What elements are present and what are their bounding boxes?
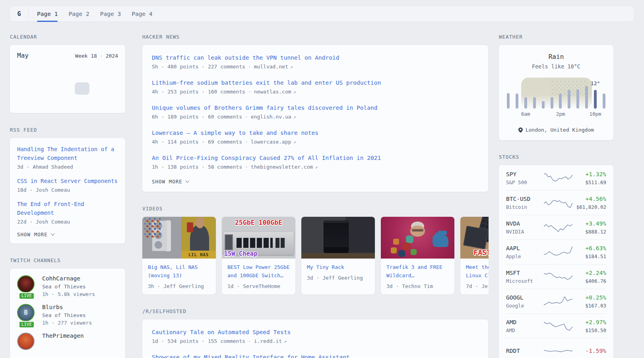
video-card[interactable]: FAST Meet the fastest Linux Cluster 7d ·… (460, 216, 489, 295)
weather-bar (507, 85, 510, 109)
post-title-link[interactable]: An Oil Price-Fixing Conspiracy Caused 27… (152, 154, 479, 162)
stock-row[interactable]: GOOGL Google +0.25% $167.03 (506, 289, 606, 313)
chevron-down-icon (50, 232, 54, 236)
stock-name: Microsoft (506, 278, 543, 284)
calendar-widget: May Week 18·2024 (10, 45, 126, 113)
thumbnail-text: FAST (473, 248, 489, 257)
source-link[interactable]: mullvad.net↗ (254, 64, 293, 70)
channel-name: CohhCarnage (42, 275, 95, 282)
twitch-channel-row[interactable]: B LIVE Blurbs Sea of Thieves 1h · 277 vi… (17, 304, 118, 326)
thumbnail-text: 15W Cheap (224, 250, 258, 257)
page-tab[interactable]: Page 3 (100, 6, 121, 21)
post-title-link[interactable]: Lowercase – A simple way to take and sha… (152, 128, 479, 137)
weather-highlight-temp: 12° (591, 80, 600, 86)
calendar-section-title: CALENDAR (10, 34, 126, 40)
post-title-link[interactable]: Lithium-free sodium batteries exit the l… (152, 78, 479, 87)
twitch-channel-row[interactable]: ThePrimeagen (17, 333, 118, 350)
weather-bar (576, 85, 579, 109)
weather-tick-label: 6am (521, 111, 530, 117)
source-link[interactable]: english.nv.ua↗ (251, 114, 296, 120)
weekday-label (104, 63, 119, 69)
rss-item-title-link[interactable]: The End of Front-End Development (17, 200, 118, 217)
stock-price: $406.76 (574, 278, 606, 284)
stock-change: +2.97% (574, 319, 606, 325)
stock-change: +2.24% (574, 270, 606, 276)
stock-row[interactable]: SPY S&P 500 +1.32% $511.69 (506, 166, 606, 190)
stock-row[interactable]: AAPL Apple +6.63% $184.51 (506, 239, 606, 264)
stock-sparkline (544, 344, 572, 358)
video-thumbnail: 25GbE 100GbE 15W Cheap (222, 217, 295, 259)
thumbnail-text: LIL NAS (181, 251, 216, 259)
stock-sparkline (544, 245, 572, 259)
page-tab[interactable]: Page 4 (132, 6, 152, 21)
stock-price: $184.51 (574, 253, 606, 259)
weather-chart: 6am2pm10pm12° (507, 77, 605, 118)
calendar-day (104, 95, 119, 108)
page-tab[interactable]: Page 2 (68, 6, 89, 21)
stock-row[interactable]: BTC-USD Bitcoin +4.56% $61,820.02 (506, 190, 606, 215)
source-link[interactable]: newatlas.com↗ (254, 89, 296, 95)
page-tabs: Page 1Page 2Page 3Page 4 (37, 6, 153, 21)
channel-game: Sea of Thieves (42, 312, 92, 318)
calendar-day (89, 69, 104, 82)
video-card[interactable]: 25GbE 100GbE 15W Cheap BEST Low Power 25… (221, 216, 296, 295)
calendar-day (104, 82, 119, 95)
video-card[interactable]: Traefik 3 and FREE Wildcard… 3d · Techno… (380, 216, 455, 295)
source-link[interactable]: i.redd.it↗ (254, 338, 287, 344)
channel-avatar (17, 333, 35, 350)
calendar-day (60, 69, 75, 82)
weekday-label (89, 63, 104, 69)
rss-item-meta: 22d · Josh Comeau (17, 219, 118, 225)
news-item: An Oil Price-Fixing Conspiracy Caused 27… (152, 154, 479, 170)
calendar-day (31, 95, 46, 108)
rss-item-title-link[interactable]: Handling The Indentation of a Treeview C… (17, 145, 118, 162)
twitch-channel-row[interactable]: LIVE CohhCarnage Sea of Thieves 1h · 5.8… (17, 275, 118, 297)
rss-section: RSS FEED Handling The Indentation of a T… (10, 127, 126, 244)
video-meta: 3h · Jeff Geerling (148, 283, 210, 289)
stock-price: $150.50 (574, 327, 606, 333)
post-title-link[interactable]: Unique volumes of Brothers Grimm fairy t… (152, 103, 479, 112)
calendar-day (75, 95, 89, 108)
post-title-link[interactable]: DNS traffic can leak outside the VPN tun… (152, 53, 479, 62)
post-title-link[interactable]: Showcase of my Mixed Reality Interface f… (152, 353, 479, 358)
stock-change: +1.32% (574, 171, 606, 177)
stock-row[interactable]: NVDA NVIDIA +3.49% $888.12 (506, 215, 606, 239)
post-title-link[interactable]: Cautionary Tale on Automated Speed Tests (152, 328, 479, 337)
weather-bar (585, 85, 588, 109)
source-link[interactable]: thebignewsletter.com↗ (251, 164, 318, 170)
reddit-post: Showcase of my Mixed Reality Interface f… (152, 353, 479, 358)
calendar-day (46, 95, 60, 108)
video-title: Meet the fastest Linux Cluster (466, 263, 489, 280)
reddit-widget: Cautionary Tale on Automated Speed Tests… (142, 319, 489, 358)
stocks-section-title: STOCKS (499, 154, 614, 160)
calendar-day (46, 82, 60, 95)
source-link[interactable]: lowercase.app↗ (251, 139, 296, 145)
top-navbar: G Page 1Page 2Page 3Page 4 (10, 6, 634, 22)
calendar-day (75, 69, 89, 82)
hacker-news-section-title: HACKER NEWS (142, 34, 489, 40)
video-thumbnail (381, 217, 454, 259)
video-card[interactable]: LIL NAS Big NAS, Lil NAS (moving 13) 3h … (142, 216, 216, 295)
calendar-day (89, 82, 104, 95)
stock-name: S&P 500 (506, 179, 543, 185)
stock-row[interactable]: AMD AMD +2.97% $150.50 (506, 313, 606, 338)
chevron-down-icon (185, 179, 189, 183)
calendar-week-year: Week 18·2024 (75, 53, 118, 59)
rss-item: CSS in React Server Components 18d · Jos… (17, 177, 118, 193)
calendar-day (31, 82, 46, 95)
stock-price: $167.03 (574, 303, 606, 309)
reddit-section-title: /R/SELFHOSTED (142, 308, 489, 314)
stock-row[interactable]: RDDT -1.59% (506, 338, 606, 358)
video-title: My Tiny Rack (307, 263, 369, 271)
page-tab[interactable]: Page 1 (37, 6, 58, 21)
weekday-label (60, 63, 75, 69)
rss-item-title-link[interactable]: CSS in React Server Components (17, 177, 118, 185)
calendar-day (46, 69, 60, 82)
stock-row[interactable]: MSFT Microsoft +2.24% $406.76 (506, 264, 606, 289)
hn-show-more-button[interactable]: SHOW MORE (152, 179, 189, 185)
rss-show-more-button[interactable]: SHOW MORE (17, 232, 54, 237)
weather-section-title: WEATHER (499, 34, 614, 40)
video-card[interactable]: My Tiny Rack 3d · Jeff Geerling (301, 216, 375, 295)
video-thumbnail (301, 217, 375, 259)
news-item: Lithium-free sodium batteries exit the l… (152, 78, 479, 95)
